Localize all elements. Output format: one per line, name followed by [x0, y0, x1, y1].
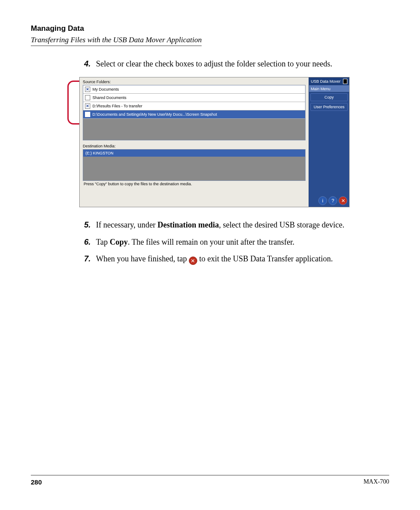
usb-icon	[343, 79, 347, 84]
source-folders-list: ✕ My Documents Shared Documents ✕ D:\Res…	[83, 85, 306, 140]
checkbox-icon[interactable]	[85, 95, 90, 100]
destination-media-list: (E:) KINGSTON	[83, 149, 306, 181]
step-text: When you have finished, tap ✕ to exit th…	[96, 253, 389, 265]
step-text: Tap Copy. The files will remain on your …	[96, 237, 389, 247]
step-7: 7. When you have finished, tap ✕ to exit…	[79, 253, 389, 265]
list-item[interactable]: ✕ My Documents	[83, 85, 305, 94]
side-panel: USB Data Mover Main Menu Copy User Prefe…	[309, 77, 349, 207]
step-number: 6.	[79, 237, 96, 247]
list-item-selected[interactable]: (E:) KINGSTON	[83, 150, 305, 157]
checkbox-icon[interactable]: ✕	[85, 87, 90, 92]
destination-media-label: Destination Media:	[83, 144, 306, 148]
hint-text: Press "Copy" button to copy the files to…	[83, 181, 306, 186]
list-item-label: Shared Documents	[92, 95, 126, 100]
copy-button[interactable]: Copy	[310, 93, 348, 101]
app-title-label: USB Data Mover	[311, 79, 341, 84]
step-4: 4. Select or clear the check boxes to ad…	[79, 59, 389, 69]
usb-data-mover-screenshot: Source Folders: ✕ My Documents Shared Do…	[79, 77, 350, 207]
step-number: 5.	[79, 220, 96, 230]
close-icon[interactable]: ✕	[339, 196, 347, 205]
help-icon[interactable]: ?	[328, 196, 337, 205]
step-6: 6. Tap Copy. The files will remain on yo…	[79, 237, 389, 247]
step-5: 5. If necessary, under Destination media…	[79, 220, 389, 230]
page-footer: 280 MAX-700	[31, 475, 389, 486]
app-title-bar: USB Data Mover	[309, 77, 349, 85]
checkbox-icon[interactable]	[85, 112, 90, 117]
chapter-title: Managing Data	[31, 24, 389, 33]
close-icon: ✕	[189, 257, 197, 265]
list-item-label: My Documents	[92, 87, 119, 92]
list-item[interactable]: Shared Documents	[83, 94, 305, 102]
source-folders-label: Source Folders:	[83, 80, 306, 84]
list-item-label: D:\Documents and Settings\My New User\My…	[92, 112, 217, 117]
step-text: Select or clear the check boxes to adjus…	[96, 59, 389, 69]
section-subtitle: Transferring Files with the USB Data Mov…	[31, 36, 202, 46]
step-text: If necessary, under Destination media, s…	[96, 220, 389, 230]
list-item[interactable]: ✕ D:\Results Files - To transfer	[83, 102, 305, 110]
checkbox-icon[interactable]: ✕	[85, 103, 90, 109]
main-menu-header: Main Menu	[309, 85, 349, 92]
list-item-selected[interactable]: D:\Documents and Settings\My New User\My…	[83, 110, 305, 119]
user-preferences-button[interactable]: User Preferences	[310, 103, 348, 111]
list-empty-area	[83, 119, 305, 140]
page-number: 280	[31, 478, 42, 486]
screenshot-figure: Source Folders: ✕ My Documents Shared Do…	[79, 77, 389, 207]
list-item-label: D:\Results Files - To transfer	[92, 104, 142, 108]
step-number: 4.	[79, 59, 96, 69]
info-icon[interactable]: i	[318, 196, 327, 205]
model-label: MAX-700	[364, 478, 389, 486]
step-number: 7.	[79, 253, 96, 265]
